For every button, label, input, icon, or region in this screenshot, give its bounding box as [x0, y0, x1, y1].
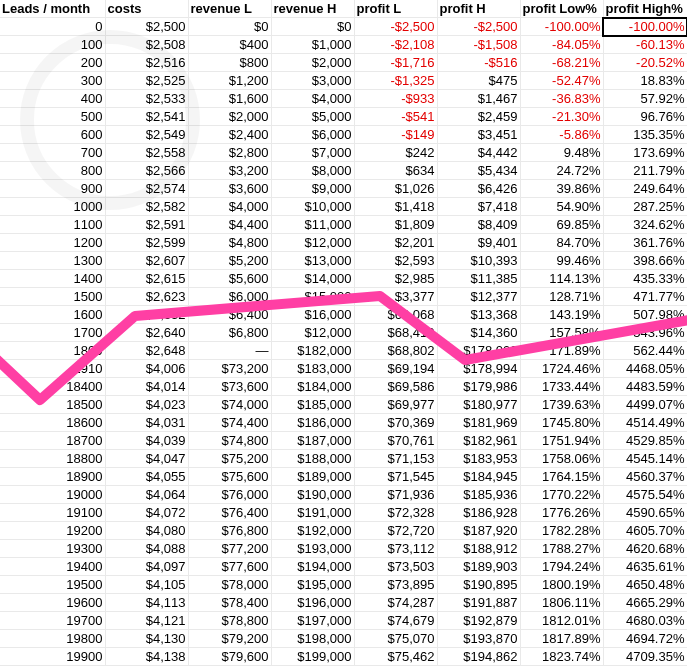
cell[interactable]: $9,000: [271, 180, 354, 198]
cell[interactable]: $180,977: [437, 396, 520, 414]
cell[interactable]: 1100: [0, 216, 105, 234]
cell[interactable]: 19700: [0, 612, 105, 630]
cell[interactable]: $3,377: [354, 288, 437, 306]
cell[interactable]: $2,640: [105, 324, 188, 342]
cell[interactable]: $12,377: [437, 288, 520, 306]
cell[interactable]: $2,558: [105, 144, 188, 162]
cell[interactable]: 157.58%: [520, 324, 603, 342]
cell[interactable]: 507.98%: [603, 306, 687, 324]
cell[interactable]: 84.70%: [520, 234, 603, 252]
cell[interactable]: 4635.61%: [603, 558, 687, 576]
cell[interactable]: $8,409: [437, 216, 520, 234]
cell[interactable]: $6,426: [437, 180, 520, 198]
cell[interactable]: $4,055: [105, 468, 188, 486]
cell[interactable]: 1745.80%: [520, 414, 603, 432]
cell[interactable]: $1,467: [437, 90, 520, 108]
cell[interactable]: 1300: [0, 252, 105, 270]
cell[interactable]: 562.44%: [603, 342, 687, 360]
cell[interactable]: $186,928: [437, 504, 520, 522]
cell[interactable]: -$1,508: [437, 36, 520, 54]
cell[interactable]: $13,000: [271, 252, 354, 270]
cell[interactable]: 4575.54%: [603, 486, 687, 504]
cell[interactable]: 1400: [0, 270, 105, 288]
cell[interactable]: $2,574: [105, 180, 188, 198]
cell[interactable]: $10,393: [437, 252, 520, 270]
cell[interactable]: -100.00%: [603, 18, 687, 36]
cell[interactable]: $75,070: [354, 630, 437, 648]
cell[interactable]: $1,600: [188, 90, 271, 108]
cell[interactable]: 1764.15%: [520, 468, 603, 486]
cell[interactable]: $198,000: [271, 630, 354, 648]
cell[interactable]: $5,200: [188, 252, 271, 270]
cell[interactable]: 4620.68%: [603, 540, 687, 558]
cell[interactable]: 19600: [0, 594, 105, 612]
cell[interactable]: $2,533: [105, 90, 188, 108]
cell[interactable]: -$2,500: [354, 18, 437, 36]
col-header-profit-l[interactable]: profit L: [354, 0, 437, 18]
cell[interactable]: 19200: [0, 522, 105, 540]
cell[interactable]: 398.66%: [603, 252, 687, 270]
cell[interactable]: 19900: [0, 648, 105, 666]
cell[interactable]: $69,194: [354, 360, 437, 378]
cell[interactable]: 19500: [0, 576, 105, 594]
cell[interactable]: $4,064: [105, 486, 188, 504]
cell[interactable]: $74,800: [188, 432, 271, 450]
cell[interactable]: $5,434: [437, 162, 520, 180]
col-header-leads[interactable]: Leads / month: [0, 0, 105, 18]
spreadsheet-table[interactable]: Leads / month costs revenue L revenue H …: [0, 0, 687, 666]
cell[interactable]: 19000: [0, 486, 105, 504]
cell[interactable]: 114.13%: [520, 270, 603, 288]
cell[interactable]: $191,000: [271, 504, 354, 522]
cell[interactable]: 18700: [0, 432, 105, 450]
cell[interactable]: 800: [0, 162, 105, 180]
cell[interactable]: $2,607: [105, 252, 188, 270]
cell[interactable]: $2,201: [354, 234, 437, 252]
cell[interactable]: -21.30%: [520, 108, 603, 126]
cell[interactable]: $2,516: [105, 54, 188, 72]
cell[interactable]: 249.64%: [603, 180, 687, 198]
cell[interactable]: 4483.59%: [603, 378, 687, 396]
cell[interactable]: $4,000: [271, 90, 354, 108]
cell[interactable]: 4694.72%: [603, 630, 687, 648]
cell[interactable]: $178,994: [437, 360, 520, 378]
cell[interactable]: 4680.03%: [603, 612, 687, 630]
cell[interactable]: $4,080: [105, 522, 188, 540]
cell[interactable]: 39.86%: [520, 180, 603, 198]
cell[interactable]: $189,000: [271, 468, 354, 486]
cell[interactable]: $73,503: [354, 558, 437, 576]
cell[interactable]: $192,000: [271, 522, 354, 540]
cell[interactable]: 135.35%: [603, 126, 687, 144]
cell[interactable]: $71,153: [354, 450, 437, 468]
cell[interactable]: 4560.37%: [603, 468, 687, 486]
cell[interactable]: 1751.94%: [520, 432, 603, 450]
cell[interactable]: $3,200: [188, 162, 271, 180]
col-header-profit-high-pct[interactable]: profit High%: [603, 0, 687, 18]
cell[interactable]: $74,000: [188, 396, 271, 414]
cell[interactable]: 1739.63%: [520, 396, 603, 414]
cell[interactable]: $2,800: [188, 144, 271, 162]
cell[interactable]: $75,200: [188, 450, 271, 468]
cell[interactable]: $5,000: [271, 108, 354, 126]
cell[interactable]: 1800.19%: [520, 576, 603, 594]
cell[interactable]: $242: [354, 144, 437, 162]
cell[interactable]: $1,026: [354, 180, 437, 198]
cell[interactable]: $188,912: [437, 540, 520, 558]
cell[interactable]: $2,599: [105, 234, 188, 252]
cell[interactable]: $3,000: [271, 72, 354, 90]
cell[interactable]: -$1,716: [354, 54, 437, 72]
cell[interactable]: -100.00%: [520, 18, 603, 36]
cell[interactable]: 9.48%: [520, 144, 603, 162]
cell[interactable]: 18400: [0, 378, 105, 396]
cell[interactable]: $4,130: [105, 630, 188, 648]
cell[interactable]: $185,000: [271, 396, 354, 414]
cell[interactable]: 543.96%: [603, 324, 687, 342]
cell[interactable]: 1733.44%: [520, 378, 603, 396]
cell[interactable]: $73,600: [188, 378, 271, 396]
cell[interactable]: -68.21%: [520, 54, 603, 72]
cell[interactable]: $70,761: [354, 432, 437, 450]
cell[interactable]: $190,895: [437, 576, 520, 594]
cell[interactable]: 19100: [0, 504, 105, 522]
cell[interactable]: 471.77%: [603, 288, 687, 306]
cell[interactable]: $4,072: [105, 504, 188, 522]
cell[interactable]: 4499.07%: [603, 396, 687, 414]
